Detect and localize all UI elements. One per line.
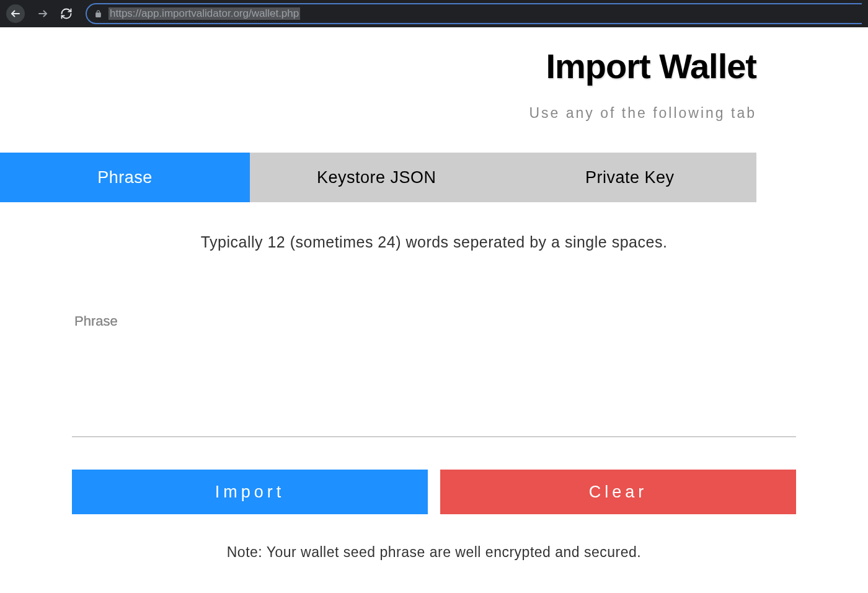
phrase-input-wrapper: Phrase — [72, 313, 796, 437]
page-content: Import Wallet Use any of the following t… — [0, 27, 868, 561]
url-text: https://app.importvalidator.org/wallet.p… — [108, 7, 300, 20]
tab-keystore-json[interactable]: Keystore JSON — [250, 153, 503, 202]
clear-button[interactable]: Clear — [440, 470, 796, 514]
page-subtitle: Use any of the following tab — [0, 105, 756, 122]
tab-description: Typically 12 (sometimes 24) words sepera… — [0, 202, 868, 276]
reload-button[interactable] — [60, 7, 73, 20]
phrase-input[interactable] — [72, 313, 796, 436]
tabs-container: Phrase Keystore JSON Private Key — [0, 153, 756, 202]
forward-button[interactable] — [33, 4, 52, 23]
page-title: Import Wallet — [0, 46, 756, 86]
tab-private-key[interactable]: Private Key — [503, 153, 757, 202]
import-button[interactable]: Import — [72, 470, 428, 514]
header-section: Import Wallet Use any of the following t… — [0, 27, 868, 153]
back-button[interactable] — [6, 4, 25, 23]
security-note: Note: Your wallet seed phrase are well e… — [72, 544, 796, 561]
buttons-row: Import Clear — [72, 470, 796, 514]
tab-phrase[interactable]: Phrase — [0, 153, 250, 202]
url-bar[interactable]: https://app.importvalidator.org/wallet.p… — [86, 3, 862, 24]
lock-icon — [94, 10, 102, 18]
browser-toolbar: https://app.importvalidator.org/wallet.p… — [0, 0, 868, 27]
form-area: Phrase Import Clear Note: Your wallet se… — [0, 276, 868, 561]
